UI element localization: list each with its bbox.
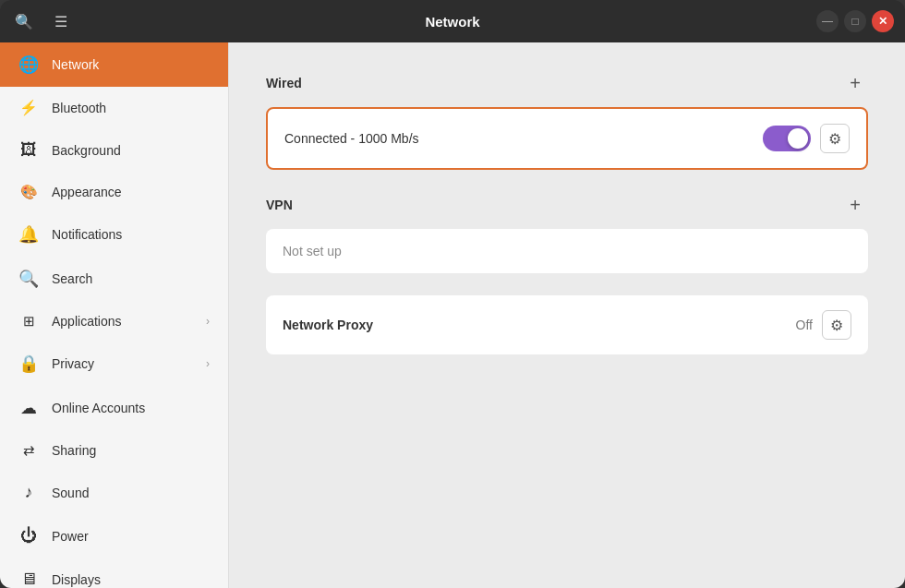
sidebar-item-background-label: Background bbox=[52, 143, 210, 158]
wired-settings-button[interactable]: ⚙ bbox=[820, 124, 850, 153]
close-button[interactable]: ✕ bbox=[872, 10, 894, 32]
window-title: Network bbox=[425, 14, 479, 30]
privacy-icon: 🔒 bbox=[18, 354, 39, 374]
sidebar-item-power-label: Power bbox=[52, 529, 210, 544]
sidebar: 🌐 Network ⚡ Bluetooth 🖼 Background 🎨 App… bbox=[0, 42, 229, 588]
applications-icon: ⊞ bbox=[18, 313, 39, 330]
wired-toggle-knob bbox=[788, 128, 808, 149]
wired-section-title: Wired bbox=[266, 76, 302, 90]
sidebar-item-privacy[interactable]: 🔒 Privacy › bbox=[0, 342, 228, 386]
maximize-button[interactable]: □ bbox=[844, 10, 866, 32]
sidebar-item-appearance[interactable]: 🎨 Appearance bbox=[0, 172, 228, 212]
sidebar-item-network-label: Network bbox=[52, 57, 210, 72]
sound-icon: ♪ bbox=[18, 483, 39, 502]
network-icon: 🌐 bbox=[18, 54, 39, 75]
background-icon: 🖼 bbox=[18, 140, 39, 160]
sidebar-item-bluetooth-label: Bluetooth bbox=[52, 101, 210, 115]
wired-card: Connected - 1000 Mb/s ⚙ bbox=[266, 107, 868, 170]
titlebar-left: 🔍 ☰ bbox=[11, 8, 74, 34]
displays-icon: 🖥 bbox=[18, 570, 39, 588]
titlebar-menu-button[interactable]: ☰ bbox=[48, 8, 74, 34]
wired-gear-icon: ⚙ bbox=[828, 130, 841, 148]
sidebar-item-applications[interactable]: ⊞ Applications › bbox=[0, 301, 228, 342]
network-proxy-row: Network Proxy Off ⚙ bbox=[266, 295, 868, 354]
vpn-add-button[interactable]: + bbox=[842, 192, 868, 218]
sidebar-item-sharing[interactable]: ⇄ Sharing bbox=[0, 430, 228, 471]
sidebar-item-power[interactable]: ⏻ Power bbox=[0, 514, 228, 558]
hamburger-icon: ☰ bbox=[54, 13, 67, 30]
wired-toggle[interactable] bbox=[763, 126, 811, 151]
sidebar-item-network[interactable]: 🌐 Network bbox=[0, 42, 228, 87]
power-icon: ⏻ bbox=[18, 526, 39, 546]
wired-add-button[interactable]: + bbox=[842, 70, 868, 96]
network-proxy-card: Network Proxy Off ⚙ bbox=[266, 295, 868, 354]
sidebar-item-search-label: Search bbox=[52, 271, 210, 286]
sidebar-item-displays-label: Displays bbox=[52, 572, 210, 587]
sidebar-item-privacy-label: Privacy bbox=[52, 356, 193, 371]
sidebar-item-search[interactable]: 🔍 Search bbox=[0, 257, 228, 301]
minimize-button[interactable]: — bbox=[816, 10, 839, 32]
sidebar-item-bluetooth[interactable]: ⚡ Bluetooth bbox=[0, 87, 228, 128]
bluetooth-icon: ⚡ bbox=[18, 99, 39, 116]
settings-window: 🔍 ☰ Network — □ ✕ 🌐 Network ⚡ Bluetooth bbox=[0, 0, 905, 588]
sidebar-item-sound-label: Sound bbox=[52, 486, 210, 500]
vpn-not-set-up-row: Not set up bbox=[266, 229, 868, 273]
notifications-icon: 🔔 bbox=[18, 224, 39, 245]
sidebar-item-sound[interactable]: ♪ Sound bbox=[0, 471, 228, 514]
vpn-section-header: VPN + bbox=[266, 192, 868, 218]
network-proxy-settings-button[interactable]: ⚙ bbox=[822, 310, 851, 340]
search-icon: 🔍 bbox=[18, 269, 39, 289]
network-proxy-label: Network Proxy bbox=[283, 318, 796, 332]
privacy-chevron: › bbox=[206, 357, 210, 370]
wired-section-header: Wired + bbox=[266, 70, 868, 96]
wired-section: Wired + Connected - 1000 Mb/s ⚙ bbox=[266, 70, 868, 170]
sidebar-item-online-accounts-label: Online Accounts bbox=[52, 401, 210, 415]
sidebar-item-applications-label: Applications bbox=[52, 314, 193, 329]
sidebar-item-notifications[interactable]: 🔔 Notifications bbox=[0, 212, 228, 257]
network-proxy-section: Network Proxy Off ⚙ bbox=[266, 295, 868, 354]
vpn-card: Not set up bbox=[266, 229, 868, 273]
vpn-section: VPN + Not set up bbox=[266, 192, 868, 273]
content-area: 🌐 Network ⚡ Bluetooth 🖼 Background 🎨 App… bbox=[0, 42, 905, 588]
vpn-section-title: VPN bbox=[266, 198, 293, 212]
titlebar-search-icon: 🔍 bbox=[15, 13, 33, 30]
network-proxy-status: Off bbox=[796, 318, 813, 332]
sidebar-item-notifications-label: Notifications bbox=[52, 227, 210, 242]
network-proxy-controls: Off ⚙ bbox=[796, 310, 851, 340]
sidebar-item-sharing-label: Sharing bbox=[52, 443, 210, 458]
applications-chevron: › bbox=[206, 315, 210, 328]
sidebar-item-displays[interactable]: 🖥 Displays bbox=[0, 558, 228, 588]
online-accounts-icon: ☁ bbox=[18, 398, 39, 418]
wired-connection-row: Connected - 1000 Mb/s ⚙ bbox=[268, 109, 866, 168]
sharing-icon: ⇄ bbox=[18, 442, 39, 459]
proxy-gear-icon: ⚙ bbox=[830, 317, 843, 334]
wired-row-controls: ⚙ bbox=[763, 124, 850, 153]
wired-connection-status: Connected - 1000 Mb/s bbox=[284, 131, 763, 146]
vpn-not-set-up-text: Not set up bbox=[283, 244, 342, 258]
sidebar-item-background[interactable]: 🖼 Background bbox=[0, 128, 228, 172]
sidebar-item-appearance-label: Appearance bbox=[52, 185, 210, 199]
appearance-icon: 🎨 bbox=[18, 184, 39, 200]
titlebar-search-button[interactable]: 🔍 bbox=[11, 8, 37, 34]
main-panel: Wired + Connected - 1000 Mb/s ⚙ bbox=[229, 42, 905, 588]
sidebar-item-online-accounts[interactable]: ☁ Online Accounts bbox=[0, 386, 228, 430]
titlebar-right: — □ ✕ bbox=[816, 10, 894, 32]
titlebar: 🔍 ☰ Network — □ ✕ bbox=[0, 0, 905, 42]
